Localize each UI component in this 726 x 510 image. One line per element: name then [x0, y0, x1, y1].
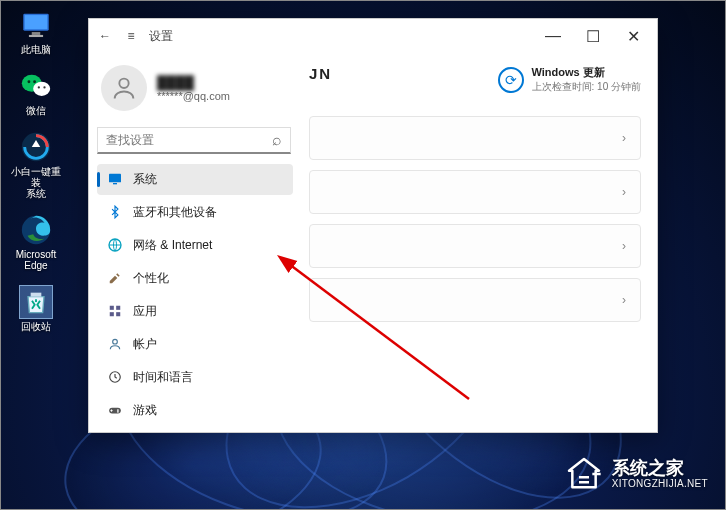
settings-card[interactable]: › — [309, 116, 641, 160]
time-icon — [107, 369, 123, 385]
sidebar-item-label: 网络 & Internet — [133, 237, 212, 254]
profile[interactable]: ████ ******@qq.com — [97, 61, 299, 123]
watermark-title: 系统之家 — [612, 459, 708, 479]
nav-list: 系统蓝牙和其他设备网络 & Internet个性化应用帐户时间和语言游戏辅助功能 — [97, 164, 299, 424]
sidebar: ████ ******@qq.com ⌕ 系统蓝牙和其他设备网络 & Inter… — [89, 53, 299, 432]
menu-button[interactable]: ≡ — [123, 28, 139, 44]
svg-rect-15 — [109, 174, 121, 183]
maximize-button[interactable]: ☐ — [573, 21, 613, 51]
main-pane: JN ⟳ Windows 更新 上次检查时间: 10 分钟前 ›››› — [299, 53, 657, 432]
titlebar: ← ≡ 设置 — ☐ ✕ — [89, 19, 657, 53]
svg-point-7 — [33, 80, 36, 83]
update-subtitle: 上次检查时间: 10 分钟前 — [532, 80, 641, 94]
sidebar-item-time[interactable]: 时间和语言 — [97, 362, 293, 393]
settings-card[interactable]: › — [309, 278, 641, 322]
desktop-icon-label: 小白一键重装系统 — [8, 166, 64, 199]
desktop-icon-reinstall[interactable]: 小白一键重装系统 — [8, 130, 64, 199]
close-button[interactable]: ✕ — [613, 21, 653, 51]
svg-rect-13 — [31, 293, 42, 297]
sidebar-item-accounts[interactable]: 帐户 — [97, 329, 293, 360]
apps-icon — [107, 303, 123, 319]
svg-point-6 — [28, 80, 31, 83]
settings-card[interactable]: › — [309, 224, 641, 268]
watermark-url: XITONGZHIJIA.NET — [612, 478, 708, 489]
svg-point-9 — [43, 86, 45, 88]
settings-window: ← ≡ 设置 — ☐ ✕ ████ — [88, 18, 658, 433]
watermark-logo-icon — [564, 454, 604, 494]
reinstall-icon — [19, 130, 53, 164]
desktop-icon-label: 回收站 — [21, 321, 51, 332]
network-icon — [107, 237, 123, 253]
personalize-icon — [107, 270, 123, 286]
avatar — [101, 65, 147, 111]
back-button[interactable]: ← — [97, 28, 113, 44]
windows-update-tile[interactable]: ⟳ Windows 更新 上次检查时间: 10 分钟前 — [498, 65, 641, 94]
svg-point-8 — [38, 86, 40, 88]
device-name: JN — [309, 65, 332, 82]
search-icon: ⌕ — [272, 131, 282, 149]
pc-icon — [19, 8, 53, 42]
desktop: 此电脑微信小白一键重装系统MicrosoftEdge回收站 ← ≡ 设置 — ☐… — [0, 0, 726, 510]
sidebar-item-gaming[interactable]: 游戏 — [97, 395, 293, 424]
desktop-icons: 此电脑微信小白一键重装系统MicrosoftEdge回收站 — [8, 8, 64, 332]
sidebar-item-network[interactable]: 网络 & Internet — [97, 230, 293, 261]
desktop-icon-wechat[interactable]: 微信 — [8, 69, 64, 116]
minimize-button[interactable]: — — [533, 21, 573, 51]
update-icon: ⟳ — [498, 67, 524, 93]
chevron-right-icon: › — [622, 131, 626, 145]
desktop-icon-label: 微信 — [26, 105, 46, 116]
chevron-right-icon: › — [622, 185, 626, 199]
svg-point-5 — [33, 82, 50, 96]
edge-icon — [19, 213, 53, 247]
profile-name: ████ — [157, 75, 230, 90]
gaming-icon — [107, 402, 123, 418]
svg-point-14 — [119, 79, 128, 88]
search-box[interactable]: ⌕ — [97, 127, 291, 154]
sidebar-item-system[interactable]: 系统 — [97, 164, 293, 195]
svg-rect-2 — [32, 32, 41, 35]
svg-point-25 — [117, 409, 119, 411]
sidebar-item-apps[interactable]: 应用 — [97, 296, 293, 327]
svg-rect-19 — [116, 306, 120, 310]
window-title: 设置 — [149, 28, 173, 45]
desktop-icon-label: MicrosoftEdge — [16, 249, 57, 271]
sidebar-item-personalize[interactable]: 个性化 — [97, 263, 293, 294]
svg-rect-18 — [110, 306, 114, 310]
desktop-icon-label: 此电脑 — [21, 44, 51, 55]
svg-rect-20 — [110, 312, 114, 316]
sidebar-item-bluetooth[interactable]: 蓝牙和其他设备 — [97, 197, 293, 228]
chevron-right-icon: › — [622, 293, 626, 307]
chevron-right-icon: › — [622, 239, 626, 253]
desktop-icon-edge[interactable]: MicrosoftEdge — [8, 213, 64, 271]
wechat-icon — [19, 69, 53, 103]
sidebar-item-label: 时间和语言 — [133, 369, 193, 386]
recycle-icon — [19, 285, 53, 319]
sidebar-item-label: 游戏 — [133, 402, 157, 419]
watermark: 系统之家 XITONGZHIJIA.NET — [564, 454, 708, 494]
svg-rect-1 — [25, 15, 48, 29]
settings-card[interactable]: › — [309, 170, 641, 214]
settings-cards: ›››› — [309, 116, 641, 322]
accounts-icon — [107, 336, 123, 352]
system-icon — [107, 171, 123, 187]
sidebar-item-label: 个性化 — [133, 270, 169, 287]
sidebar-item-label: 系统 — [133, 171, 157, 188]
desktop-icon-recycle[interactable]: 回收站 — [8, 285, 64, 332]
search-input[interactable] — [106, 133, 272, 147]
svg-rect-21 — [116, 312, 120, 316]
svg-point-26 — [117, 411, 119, 413]
sidebar-item-label: 帐户 — [133, 336, 157, 353]
sidebar-item-label: 应用 — [133, 303, 157, 320]
svg-rect-16 — [113, 183, 117, 184]
update-title: Windows 更新 — [532, 65, 641, 80]
profile-email: ******@qq.com — [157, 90, 230, 102]
desktop-icon-pc[interactable]: 此电脑 — [8, 8, 64, 55]
bluetooth-icon — [107, 204, 123, 220]
sidebar-item-label: 蓝牙和其他设备 — [133, 204, 217, 221]
svg-point-22 — [113, 340, 118, 345]
svg-rect-3 — [29, 35, 43, 37]
